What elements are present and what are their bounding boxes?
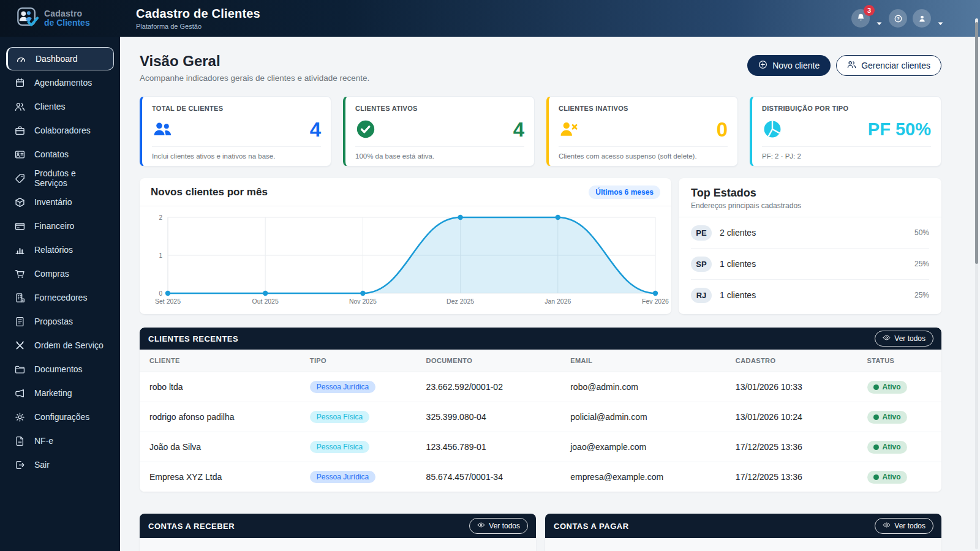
chart-title: Novos clientes por mês xyxy=(151,186,268,198)
notifications-caret-icon[interactable] xyxy=(876,17,882,20)
state-clients-label: 2 clientes xyxy=(720,228,756,238)
table-row[interactable]: João da Silva Pessoa Física 123.456.789-… xyxy=(140,432,941,462)
sidebar-item-label: Contatos xyxy=(34,149,69,159)
sidebar-item-clientes[interactable]: Clientes xyxy=(6,95,114,118)
folder-icon xyxy=(15,364,25,375)
sidebar-item-sair[interactable]: Sair xyxy=(6,453,114,476)
state-percentage: 50% xyxy=(914,228,929,237)
stat-card-footer: Inclui clientes ativos e inativos na bas… xyxy=(152,146,321,160)
top-states-title: Top Estados xyxy=(691,187,929,200)
sidebar-item-label: Relatórios xyxy=(34,245,73,255)
stat-card-value: 4 xyxy=(310,119,321,140)
sidebar-item-contatos[interactable]: Contatos xyxy=(6,143,114,166)
help-button[interactable]: ? xyxy=(889,9,907,28)
scrollbar-track[interactable] xyxy=(975,18,978,549)
sidebar-item-label: NF-e xyxy=(34,436,53,446)
sidebar-item-relatorios[interactable]: Relatórios xyxy=(6,238,114,261)
stat-card-total-de-clientes: TOTAL DE CLIENTES 4 Inclui clientes ativ… xyxy=(140,96,331,167)
sidebar-item-label: Propostas xyxy=(34,317,73,326)
page-subtitle: Acompanhe indicadores gerais de clientes… xyxy=(140,73,369,83)
new-clients-line-chart: 012Set 2025Out 2025Nov 2025Dez 2025Jan 2… xyxy=(149,211,662,308)
sidebar-item-configuracoes[interactable]: Configurações xyxy=(6,405,114,429)
cell-documento: 325.399.080-04 xyxy=(417,402,561,432)
app-header: Cadastro de Clientes Cadastro de Cliente… xyxy=(0,0,980,37)
cell-cadastro: 17/12/2025 13:36 xyxy=(726,462,858,492)
sidebar-item-label: Sair xyxy=(34,460,50,470)
accounts-payable-view-all-button[interactable]: Ver todos xyxy=(875,518,933,534)
eye-icon xyxy=(883,521,891,531)
sidebar-item-marketing[interactable]: Marketing xyxy=(6,381,114,405)
sidebar-item-nf-e[interactable]: NF-e xyxy=(6,429,114,452)
cell-cliente: robo ltda xyxy=(140,372,300,402)
chart-range-badge[interactable]: Últimos 6 meses xyxy=(589,186,660,199)
sidebar-item-fornecedores[interactable]: Fornecedores xyxy=(6,286,114,309)
logo-line1: Cadastro xyxy=(44,9,90,18)
sidebar-item-produtos-e-servicos[interactable]: Produtos e Serviços xyxy=(6,167,114,190)
sidebar-item-dashboard[interactable]: Dashboard xyxy=(6,47,114,70)
people-icon xyxy=(15,102,25,112)
status-dot-icon xyxy=(873,474,879,480)
people-fill-icon xyxy=(152,119,173,140)
recent-clients-view-all-button[interactable]: Ver todos xyxy=(875,331,933,347)
app-logo[interactable]: Cadastro de Clientes xyxy=(0,6,120,31)
tipo-badge: Pessoa Jurídica xyxy=(310,471,375,483)
cell-documento: 123.456.789-01 xyxy=(417,432,561,462)
accounts-receivable-panel: CONTAS A RECEBER Ver todos xyxy=(140,514,536,551)
sidebar-item-propostas[interactable]: Propostas xyxy=(6,310,114,333)
gauge-icon xyxy=(16,54,26,64)
briefcase-icon xyxy=(15,126,25,136)
state-code-badge: PE xyxy=(691,225,712,241)
state-row-sp: SP 1 clientes 25% xyxy=(691,249,929,280)
notification-badge: 3 xyxy=(864,5,875,16)
cell-documento: 23.662.592/0001-02 xyxy=(417,372,561,402)
status-badge: Ativo xyxy=(867,441,907,454)
stat-card-value: 0 xyxy=(717,119,728,140)
people-icon xyxy=(847,60,856,71)
contact-card-icon xyxy=(15,149,25,160)
sidebar-item-ordem-de-servico[interactable]: Ordem de Serviço xyxy=(6,334,114,357)
state-percentage: 25% xyxy=(914,260,929,268)
file-text-icon xyxy=(15,317,25,327)
sidebar-item-financeiro[interactable]: Financeiro xyxy=(6,214,114,238)
table-row[interactable]: rodrigo afonso padilha Pessoa Física 325… xyxy=(140,402,941,432)
stat-cards: TOTAL DE CLIENTES 4 Inclui clientes ativ… xyxy=(140,96,941,167)
table-row[interactable]: robo ltda Pessoa Jurídica 23.662.592/000… xyxy=(140,372,941,402)
svg-text:Out 2025: Out 2025 xyxy=(252,298,279,305)
user-caret-icon[interactable] xyxy=(938,17,943,20)
accounts-payable-title: CONTAS A PAGAR xyxy=(554,522,629,531)
accounts-receivable-view-all-button[interactable]: Ver todos xyxy=(469,518,528,534)
bar-chart-icon xyxy=(15,245,25,255)
page-title: Visão Geral xyxy=(140,53,369,70)
sidebar-item-colaboradores[interactable]: Colaboradores xyxy=(6,119,114,142)
view-all-label: Ver todos xyxy=(489,522,520,530)
new-client-button[interactable]: Novo cliente xyxy=(747,55,831,76)
sidebar-item-compras[interactable]: Compras xyxy=(6,262,114,285)
manage-clients-button[interactable]: Gerenciar clientes xyxy=(836,55,941,76)
calendar-icon xyxy=(15,78,25,88)
notifications-button[interactable]: 3 xyxy=(851,9,870,28)
sidebar-item-inventario[interactable]: Inventário xyxy=(6,190,114,214)
status-dot-icon xyxy=(873,384,879,390)
scrollbar-thumb[interactable] xyxy=(975,22,978,264)
column-header-status: STATUS xyxy=(858,350,941,372)
check-circle-icon xyxy=(355,119,376,140)
sidebar-item-label: Marketing xyxy=(34,388,72,398)
manage-clients-label: Gerenciar clientes xyxy=(861,61,930,70)
cell-email: policial@admin.com xyxy=(560,402,726,432)
tag-icon xyxy=(15,173,25,184)
sidebar-item-label: Financeiro xyxy=(34,221,74,231)
svg-text:Nov 2025: Nov 2025 xyxy=(349,298,377,305)
column-header-documento: DOCUMENTO xyxy=(417,350,561,372)
svg-text:Set 2025: Set 2025 xyxy=(155,298,181,305)
view-all-label: Ver todos xyxy=(894,522,925,530)
cell-cadastro: 13/01/2026 10:24 xyxy=(726,402,858,432)
sidebar-item-label: Inventário xyxy=(34,197,72,207)
sidebar-item-agendamentos[interactable]: Agendamentos xyxy=(6,71,114,94)
table-row[interactable]: Empresa XYZ Ltda Pessoa Jurídica 85.674.… xyxy=(140,462,941,492)
sidebar-item-documentos[interactable]: Documentos xyxy=(6,358,114,381)
user-menu-button[interactable] xyxy=(913,9,931,28)
stat-card-value: 4 xyxy=(513,119,524,140)
sidebar-item-label: Configurações xyxy=(34,412,89,422)
plus-circle-icon xyxy=(758,60,767,71)
column-header-tipo: TIPO xyxy=(300,350,417,372)
